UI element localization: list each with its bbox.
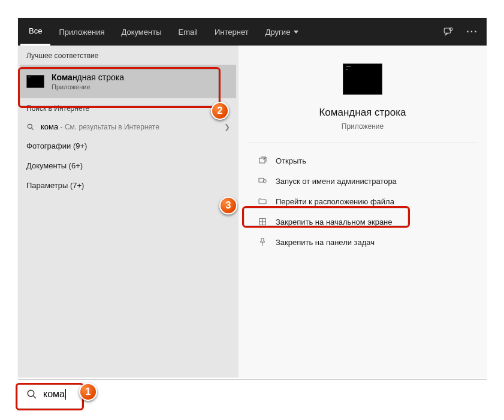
- chevron-down-icon: [294, 31, 298, 34]
- search-window: Все Приложения Документы Email Интернет …: [18, 18, 487, 377]
- action-open[interactable]: Открыть: [248, 150, 477, 171]
- tab-internet[interactable]: Интернет: [206, 18, 257, 46]
- web-search-result[interactable]: кома - См. результаты в Интернете ❯: [18, 117, 239, 136]
- category-documents[interactable]: Документы (6+): [18, 156, 239, 176]
- filter-tabs-header: Все Приложения Документы Email Интернет …: [18, 18, 487, 46]
- search-icon: [26, 389, 37, 400]
- svg-rect-5: [259, 178, 264, 182]
- action-pin-start-label: Закрепить на начальном экране: [276, 217, 393, 226]
- annotation-badge-2: 2: [211, 102, 229, 120]
- open-icon: [258, 156, 267, 165]
- command-prompt-icon: [26, 75, 44, 88]
- action-pin-taskbar[interactable]: Закрепить на панели задач: [248, 232, 477, 252]
- svg-line-3: [32, 128, 34, 129]
- tab-other[interactable]: Другие: [257, 18, 307, 46]
- tab-other-label: Другие: [265, 28, 291, 37]
- action-pin-start[interactable]: Закрепить на начальном экране: [248, 211, 477, 232]
- web-search-header: Поиск в Интернете: [18, 98, 239, 117]
- pin-taskbar-icon: [258, 237, 267, 247]
- svg-point-2: [28, 124, 32, 128]
- action-list: Открыть Запуск от имени администратора П…: [248, 143, 477, 252]
- tab-documents[interactable]: Документы: [113, 18, 170, 46]
- action-run-as-admin-label: Запуск от имени администратора: [276, 177, 397, 186]
- folder-location-icon: [258, 197, 267, 206]
- svg-point-10: [28, 390, 34, 397]
- annotation-badge-1: 1: [79, 383, 97, 401]
- action-run-as-admin[interactable]: Запуск от имени администратора: [248, 171, 477, 191]
- preview-right-pane: Командная строка Приложение Открыть Запу…: [239, 46, 487, 377]
- tab-apps[interactable]: Приложения: [50, 18, 113, 46]
- action-open-file-location[interactable]: Перейти к расположению файла: [248, 191, 477, 211]
- more-options-icon[interactable]: ···: [460, 26, 484, 37]
- tab-email[interactable]: Email: [170, 18, 206, 46]
- best-match-header: Лучшее соответствие: [18, 46, 239, 65]
- pin-start-icon: [258, 217, 267, 226]
- preview-title: Командная строка: [319, 107, 406, 119]
- text-caret: [65, 389, 66, 400]
- best-match-result[interactable]: Командная строка Приложение: [20, 65, 236, 98]
- preview-subtitle: Приложение: [342, 122, 384, 131]
- results-left-pane: Лучшее соответствие Командная строка При…: [18, 46, 239, 377]
- best-match-subtitle: Приложение: [52, 83, 124, 90]
- action-open-label: Открыть: [276, 156, 306, 165]
- action-open-file-location-label: Перейти к расположению файла: [276, 197, 394, 206]
- svg-line-11: [34, 396, 36, 398]
- best-match-title: Командная строка: [52, 72, 124, 82]
- command-prompt-large-icon: [343, 64, 382, 95]
- search-input-value: кома: [43, 389, 66, 400]
- shield-admin-icon: [258, 176, 267, 186]
- search-icon: [26, 123, 35, 131]
- tab-all[interactable]: Все: [20, 18, 50, 46]
- chevron-right-icon: ❯: [224, 123, 230, 131]
- category-photos[interactable]: Фотографии (9+): [18, 136, 239, 156]
- web-search-text: кома - См. результаты в Интернете: [41, 122, 159, 131]
- svg-point-1: [449, 28, 452, 31]
- action-pin-taskbar-label: Закрепить на панели задач: [276, 238, 375, 247]
- category-settings[interactable]: Параметры (7+): [18, 176, 239, 195]
- annotation-badge-3: 3: [219, 197, 237, 214]
- feedback-icon[interactable]: [436, 26, 460, 37]
